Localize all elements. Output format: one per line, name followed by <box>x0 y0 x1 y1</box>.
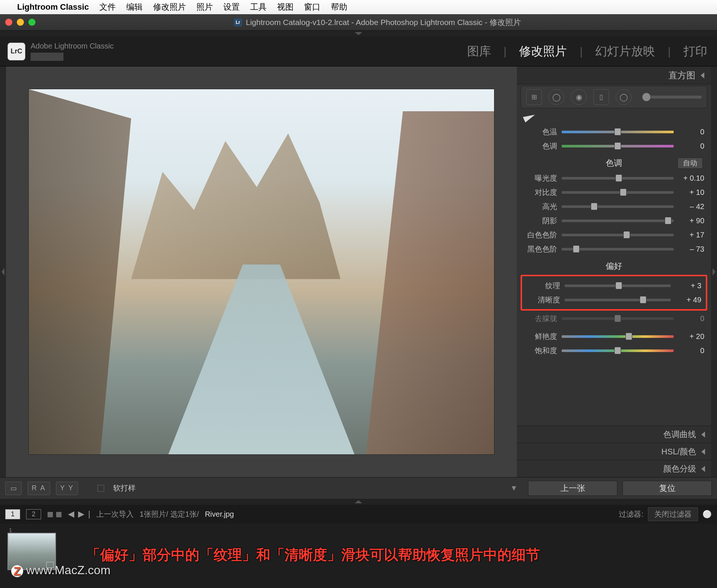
contrast-slider[interactable]: 对比度 + 10 <box>521 185 707 199</box>
spot-tool-icon[interactable]: ◯ <box>549 89 564 105</box>
before-after-yy-button[interactable]: Y Y <box>56 482 78 495</box>
app-icon: Lr <box>234 18 242 27</box>
chevron-up-icon <box>355 500 362 503</box>
menu-window[interactable]: 窗口 <box>304 1 320 13</box>
menu-help[interactable]: 帮助 <box>331 1 347 13</box>
separator: | <box>665 45 673 58</box>
shadows-value[interactable]: + 90 <box>678 217 704 225</box>
whites-slider[interactable]: 白色色阶 + 17 <box>521 228 707 242</box>
tonecurve-panel-header[interactable]: 色调曲线 <box>517 426 711 443</box>
menu-settings[interactable]: 设置 <box>223 1 240 13</box>
close-icon[interactable] <box>5 19 12 26</box>
shadows-slider[interactable]: 阴影 + 90 <box>521 214 707 228</box>
tint-slider[interactable]: 色调 0 <box>521 139 707 153</box>
crop-tool-icon[interactable]: ⊞ <box>526 89 542 105</box>
tint-value[interactable]: 0 <box>678 142 704 150</box>
filmstrip[interactable]: 1 「偏好」部分中的「纹理」和「清晰度」滑块可以帮助恢复照片中的细节 Zwww.… <box>0 523 717 579</box>
tonecurve-label: 色调曲线 <box>663 429 696 440</box>
loupe-view-icon[interactable]: ▭ <box>5 482 22 495</box>
thumb-index: 1 <box>9 527 12 533</box>
highlights-value[interactable]: – 42 <box>678 202 704 211</box>
nav-back-icon[interactable]: ◀ <box>68 509 74 519</box>
dehaze-value[interactable]: 0 <box>678 314 704 323</box>
hsl-panel-header[interactable]: HSL/颜色 <box>517 443 711 460</box>
auto-button[interactable]: 自动 <box>677 158 703 169</box>
top-panel-toggle[interactable] <box>0 31 717 37</box>
texture-slider[interactable]: 纹理 + 3 <box>524 279 704 293</box>
menu-view[interactable]: 视图 <box>277 1 294 13</box>
vibrance-label: 鲜艳度 <box>524 332 557 342</box>
module-library[interactable]: 图库 <box>465 43 493 60</box>
blacks-label: 黑色色阶 <box>524 244 557 254</box>
exposure-label: 曝光度 <box>524 173 557 183</box>
reset-button[interactable]: 复位 <box>623 481 712 496</box>
module-picker: 图库 | 修改照片 | 幻灯片放映 | 打印 <box>465 43 710 60</box>
grad-tool-icon[interactable]: ▯ <box>593 89 609 105</box>
photo-canvas[interactable] <box>6 66 517 477</box>
nav-forward-icon[interactable]: ▶ <box>78 509 84 519</box>
clarity-value[interactable]: + 49 <box>675 296 701 304</box>
highlights-label: 高光 <box>524 202 557 212</box>
histogram-panel-header[interactable]: 直方图 <box>517 66 711 84</box>
grid2-icon[interactable]: ▦ <box>56 510 62 518</box>
contrast-value[interactable]: + 10 <box>678 188 704 197</box>
softproof-checkbox[interactable] <box>97 485 104 492</box>
filmstrip-toggle[interactable] <box>0 499 717 505</box>
brush-icon[interactable] <box>523 112 536 122</box>
main-photo[interactable] <box>28 89 494 455</box>
minimize-icon[interactable] <box>17 19 24 26</box>
texture-value[interactable]: + 3 <box>675 281 701 290</box>
menu-develop[interactable]: 修改照片 <box>153 1 186 13</box>
blacks-value[interactable]: – 73 <box>678 245 704 253</box>
vibrance-slider[interactable]: 鲜艳度 + 20 <box>521 329 707 343</box>
whites-value[interactable]: + 17 <box>678 231 704 239</box>
softproof-label: 软打样 <box>113 483 136 493</box>
redeye-tool-icon[interactable]: ◉ <box>571 89 587 105</box>
clarity-slider[interactable]: 清晰度 + 49 <box>524 293 704 307</box>
temp-value[interactable]: 0 <box>678 128 704 136</box>
grid-icon[interactable]: ▦ <box>47 510 53 518</box>
tint-label: 色调 <box>524 141 557 151</box>
filter-select[interactable]: 关闭过滤器 <box>648 507 698 521</box>
right-panel-toggle[interactable] <box>711 66 717 477</box>
exposure-value[interactable]: + 0.10 <box>678 174 704 183</box>
saturation-slider[interactable]: 饱和度 0 <box>521 343 707 358</box>
histogram-label: 直方图 <box>668 69 695 81</box>
before-after-ra-button[interactable]: R A <box>28 482 50 495</box>
chevron-left-icon <box>701 72 704 78</box>
menu-tools[interactable]: 工具 <box>250 1 267 13</box>
presence-section-header: 偏好 <box>521 258 707 274</box>
chevron-left-icon <box>701 432 705 438</box>
menu-edit[interactable]: 编辑 <box>126 1 143 13</box>
vibrance-value[interactable]: + 20 <box>678 332 704 341</box>
module-print[interactable]: 打印 <box>681 43 710 60</box>
identity-plate[interactable] <box>31 53 63 61</box>
texture-label: 纹理 <box>527 281 560 291</box>
module-slideshow[interactable]: 幻灯片放映 <box>593 43 657 60</box>
monitor-1-badge[interactable]: 1 <box>5 509 20 519</box>
monitor-2-badge[interactable]: 2 <box>26 509 41 519</box>
menu-file[interactable]: 文件 <box>99 1 116 13</box>
filter-lock-icon[interactable]: ⚪ <box>702 510 712 519</box>
mask-amount-slider[interactable] <box>642 96 702 99</box>
dehaze-slider[interactable]: 去朦胧 0 <box>521 311 707 326</box>
menu-photo[interactable]: 照片 <box>196 1 213 13</box>
blacks-slider[interactable]: 黑色色阶 – 73 <box>521 242 707 256</box>
left-panel-toggle[interactable] <box>0 66 6 477</box>
maximize-icon[interactable] <box>28 19 35 26</box>
temp-slider[interactable]: 色温 0 <box>521 125 707 139</box>
toolbar-chevron-icon[interactable]: ▼ <box>510 484 518 492</box>
colorgrade-panel-header[interactable]: 颜色分级 <box>517 460 711 477</box>
exposure-slider[interactable]: 曝光度 + 0.10 <box>521 171 707 185</box>
module-develop[interactable]: 修改照片 <box>517 43 569 60</box>
whites-label: 白色色阶 <box>524 230 557 240</box>
radial-tool-icon[interactable]: ◯ <box>616 89 631 105</box>
saturation-label: 饱和度 <box>524 346 557 356</box>
chevron-left-icon <box>701 466 705 472</box>
menubar-app[interactable]: Lightroom Classic <box>17 2 89 12</box>
context-label[interactable]: 上一次导入 <box>96 509 134 519</box>
chevron-down-icon <box>355 32 362 35</box>
saturation-value[interactable]: 0 <box>678 346 704 355</box>
previous-button[interactable]: 上一张 <box>528 481 617 496</box>
highlights-slider[interactable]: 高光 – 42 <box>521 199 707 214</box>
